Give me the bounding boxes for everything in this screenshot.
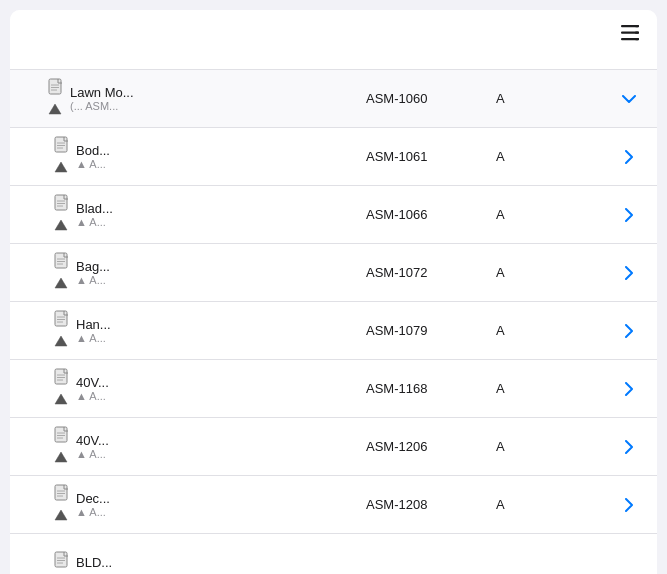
row-label-bottom: ▲ A... bbox=[76, 390, 109, 402]
row-label-group: Lawn Mo...(... ASM... bbox=[70, 85, 134, 112]
chevron-right-icon[interactable] bbox=[617, 440, 641, 454]
row-label-bottom: ▲ A... bbox=[76, 506, 110, 518]
table-row[interactable]: 40V...▲ A...ASM-1206A bbox=[10, 418, 657, 476]
svg-marker-35 bbox=[55, 394, 67, 404]
item-icons bbox=[54, 426, 72, 468]
table-row[interactable]: 40V...▲ A...ASM-1168A bbox=[10, 360, 657, 418]
table-row[interactable]: Lawn Mo...(... ASM...ASM-1060A bbox=[10, 70, 657, 128]
svg-marker-25 bbox=[55, 278, 67, 288]
row-label-bottom: ▲ A... bbox=[76, 216, 113, 228]
row-label-group: Dec...▲ A... bbox=[76, 491, 110, 518]
chevron-right-icon[interactable] bbox=[617, 208, 641, 222]
file-icon bbox=[54, 252, 72, 276]
table-row[interactable]: Bod...▲ A...ASM-1061A bbox=[10, 128, 657, 186]
item-icons bbox=[54, 194, 72, 236]
svg-rect-3 bbox=[635, 25, 639, 27]
svg-rect-21 bbox=[55, 253, 67, 268]
row-label-bottom: (... ASM... bbox=[70, 100, 134, 112]
row-label-group: 40V...▲ A... bbox=[76, 375, 109, 402]
file-icon bbox=[54, 426, 72, 450]
chevron-right-icon[interactable] bbox=[617, 324, 641, 338]
svg-marker-20 bbox=[55, 220, 67, 230]
main-container: Lawn Mo...(... ASM...ASM-1060A Bod...▲ A… bbox=[10, 10, 657, 574]
row-part-number: ASM-1066 bbox=[366, 207, 496, 222]
row-label-top: Lawn Mo... bbox=[70, 85, 134, 100]
row-label-group: Han...▲ A... bbox=[76, 317, 111, 344]
row-part-number: ASM-1208 bbox=[366, 497, 496, 512]
svg-rect-36 bbox=[55, 427, 67, 442]
file-icon bbox=[54, 484, 72, 508]
item-icons bbox=[54, 252, 72, 294]
row-label-bottom: ▲ A... bbox=[76, 332, 111, 344]
table-row[interactable]: Dec...▲ A...ASM-1208A bbox=[10, 476, 657, 534]
svg-rect-41 bbox=[55, 485, 67, 500]
item-icons bbox=[54, 484, 72, 526]
row-part-number: ASM-1079 bbox=[366, 323, 496, 338]
svg-marker-30 bbox=[55, 336, 67, 346]
svg-rect-46 bbox=[55, 552, 67, 567]
svg-rect-31 bbox=[55, 369, 67, 384]
row-label-bottom: ▲ A... bbox=[76, 158, 110, 170]
file-icon bbox=[54, 136, 72, 160]
file-icon bbox=[54, 551, 72, 575]
file-icon bbox=[54, 194, 72, 218]
row-label-top: BLD... bbox=[76, 555, 112, 570]
row-revision: A bbox=[496, 381, 617, 396]
table-row[interactable]: BLD... bbox=[10, 534, 657, 574]
row-label-top: Blad... bbox=[76, 201, 113, 216]
row-label-group: Blad...▲ A... bbox=[76, 201, 113, 228]
file-icon bbox=[48, 78, 66, 102]
row-label-group: BLD... bbox=[76, 555, 112, 570]
chevron-right-icon[interactable] bbox=[617, 498, 641, 512]
column-headers bbox=[10, 57, 657, 70]
item-icons bbox=[54, 551, 72, 575]
row-label-top: Bod... bbox=[76, 143, 110, 158]
assembly-icon bbox=[54, 334, 72, 352]
table-row[interactable]: Blad...▲ A...ASM-1066A bbox=[10, 186, 657, 244]
svg-rect-16 bbox=[55, 195, 67, 210]
svg-marker-10 bbox=[49, 104, 61, 114]
svg-rect-4 bbox=[635, 32, 639, 34]
row-label-bottom: ▲ A... bbox=[76, 274, 110, 286]
table-row[interactable]: Han...▲ A...ASM-1079A bbox=[10, 302, 657, 360]
row-revision: A bbox=[496, 265, 617, 280]
svg-rect-5 bbox=[635, 38, 639, 40]
row-part-number: ASM-1206 bbox=[366, 439, 496, 454]
file-icon bbox=[54, 368, 72, 392]
table-body: Lawn Mo...(... ASM...ASM-1060A Bod...▲ A… bbox=[10, 70, 657, 574]
svg-marker-45 bbox=[55, 510, 67, 520]
assembly-icon bbox=[48, 102, 66, 120]
row-label-group: Bag...▲ A... bbox=[76, 259, 110, 286]
row-revision: A bbox=[496, 91, 617, 106]
chevron-right-icon[interactable] bbox=[617, 266, 641, 280]
row-label-top: 40V... bbox=[76, 375, 109, 390]
assembly-icon bbox=[54, 218, 72, 236]
item-icons bbox=[54, 136, 72, 178]
row-part-number: ASM-1060 bbox=[366, 91, 496, 106]
svg-rect-11 bbox=[55, 137, 67, 152]
assembly-icon bbox=[54, 160, 72, 178]
assembly-icon bbox=[54, 276, 72, 294]
svg-marker-40 bbox=[55, 452, 67, 462]
row-label-group: Bod...▲ A... bbox=[76, 143, 110, 170]
svg-rect-6 bbox=[49, 79, 61, 94]
header bbox=[10, 10, 657, 57]
assembly-icon bbox=[54, 508, 72, 526]
file-icon bbox=[54, 310, 72, 334]
row-label-top: 40V... bbox=[76, 433, 109, 448]
menu-icon[interactable] bbox=[619, 24, 641, 47]
assembly-icon bbox=[54, 392, 72, 410]
item-icons bbox=[48, 78, 66, 120]
row-label-top: Bag... bbox=[76, 259, 110, 274]
svg-marker-15 bbox=[55, 162, 67, 172]
svg-rect-26 bbox=[55, 311, 67, 326]
item-icons bbox=[54, 310, 72, 352]
row-revision: A bbox=[496, 323, 617, 338]
chevron-down-icon[interactable] bbox=[617, 95, 641, 103]
chevron-right-icon[interactable] bbox=[617, 382, 641, 396]
row-revision: A bbox=[496, 149, 617, 164]
row-part-number: ASM-1072 bbox=[366, 265, 496, 280]
chevron-right-icon[interactable] bbox=[617, 150, 641, 164]
row-revision: A bbox=[496, 497, 617, 512]
table-row[interactable]: Bag...▲ A...ASM-1072A bbox=[10, 244, 657, 302]
